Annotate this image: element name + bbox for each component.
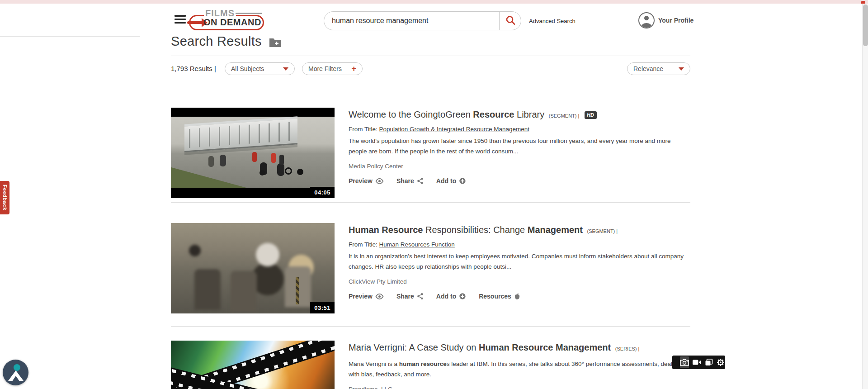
add-to-plus-icon bbox=[459, 293, 466, 300]
header: FILMS ON DEMAND Advanced Search Your Pro… bbox=[0, 4, 862, 33]
filter-row: 1,793 Results | All Subjects More Filter… bbox=[171, 62, 690, 75]
add-to-button[interactable]: Add to bbox=[436, 177, 466, 185]
logo-line bbox=[236, 13, 262, 14]
result-actions: PreviewShareAdd to bbox=[349, 177, 690, 185]
search-result-row: Maria Verrigni: A Case Study on Human Re… bbox=[171, 341, 690, 389]
search-button[interactable] bbox=[500, 12, 521, 30]
result-content: Maria Verrigni: A Case Study on Human Re… bbox=[349, 341, 690, 389]
search-result-row: 03:51 Human Resource Responsibilities: C… bbox=[171, 223, 690, 313]
chevron-down-icon bbox=[283, 67, 288, 71]
gear-icon[interactable] bbox=[717, 356, 726, 368]
result-thumbnail[interactable] bbox=[171, 341, 335, 389]
result-description: It is in an organization's best interest… bbox=[349, 251, 690, 272]
search-box bbox=[324, 11, 521, 30]
profile-button[interactable]: Your Profile bbox=[638, 12, 693, 28]
result-description: The world's population has grown faster … bbox=[349, 136, 690, 157]
preview-button[interactable]: Preview bbox=[349, 293, 384, 300]
advanced-search-link[interactable]: Advanced Search bbox=[529, 18, 576, 24]
add-to-button[interactable]: Add to bbox=[436, 293, 466, 300]
preview-button[interactable]: Preview bbox=[349, 177, 384, 185]
main-content: Search Results 1,793 Results | All Subje… bbox=[171, 34, 690, 389]
sort-dropdown-label: Relevance bbox=[633, 65, 679, 72]
header-divider bbox=[0, 36, 140, 37]
sort-dropdown[interactable]: Relevance bbox=[627, 62, 690, 75]
result-type-label: (SERIES) | bbox=[615, 346, 640, 351]
share-icon bbox=[417, 177, 424, 185]
copy-icon[interactable] bbox=[704, 356, 713, 368]
duration-badge: 03:51 bbox=[310, 302, 335, 313]
result-description: Maria Verrigni is a human resources lead… bbox=[349, 359, 690, 380]
more-filters-label: More Filters bbox=[308, 65, 351, 72]
results-list: 04:05 Welcome to the GoingtoGreen Resour… bbox=[171, 108, 690, 389]
from-title-row: From Title: Population Growth & Integrat… bbox=[349, 126, 690, 133]
title-divider bbox=[171, 56, 690, 56]
more-filters-button[interactable]: More Filters + bbox=[302, 62, 363, 75]
page-title: Search Results bbox=[171, 34, 262, 49]
capture-toolbar bbox=[672, 356, 725, 369]
folder-plus-icon bbox=[269, 42, 281, 48]
result-title-link[interactable]: Maria Verrigni: A Case Study on Human Re… bbox=[349, 342, 690, 353]
accessibility-person-icon bbox=[14, 364, 20, 371]
result-divider bbox=[171, 326, 690, 327]
from-title-label: From Title: bbox=[349, 241, 379, 248]
chevron-down-icon bbox=[679, 67, 684, 71]
result-actions: PreviewShareAdd toResources bbox=[349, 293, 690, 300]
plus-icon: + bbox=[351, 65, 356, 73]
share-button[interactable]: Share bbox=[396, 177, 424, 185]
results-count: 1,793 Results | bbox=[171, 65, 216, 72]
from-title-link[interactable]: Human Resources Function bbox=[379, 241, 455, 248]
search-magnifier-icon bbox=[505, 15, 516, 27]
result-content: Human Resource Responsibilities: Change … bbox=[349, 223, 690, 313]
add-to-plus-icon bbox=[459, 177, 466, 185]
scrollbar-thumb[interactable] bbox=[863, 5, 868, 46]
preview-eye-icon bbox=[375, 294, 384, 299]
hd-badge: HD bbox=[585, 111, 597, 119]
profile-avatar-icon bbox=[638, 12, 655, 28]
resources-apple-icon bbox=[514, 293, 520, 300]
result-producer: Media Policy Center bbox=[349, 163, 690, 170]
scrollbar-track[interactable] bbox=[862, 4, 868, 389]
result-content: Welcome to the GoingtoGreen Resource Lib… bbox=[349, 108, 690, 198]
result-thumbnail[interactable]: 03:51 bbox=[171, 223, 335, 313]
from-title-row: From Title: Human Resources Function bbox=[349, 241, 690, 248]
accessibility-button[interactable] bbox=[3, 360, 28, 385]
result-title-link[interactable]: Human Resource Responsibilities: Change … bbox=[349, 224, 690, 236]
from-title-label: From Title: bbox=[349, 126, 379, 133]
feedback-tab[interactable]: Feedback bbox=[0, 181, 9, 214]
video-icon[interactable] bbox=[692, 356, 701, 368]
search-result-row: 04:05 Welcome to the GoingtoGreen Resour… bbox=[171, 108, 690, 198]
hamburger-menu-icon[interactable] bbox=[175, 15, 186, 24]
subjects-dropdown-label: All Subjects bbox=[231, 65, 283, 72]
result-type-label: (SEGMENT) | bbox=[549, 113, 580, 119]
result-producer: ClickView Pty Limited bbox=[349, 278, 690, 285]
from-title-link[interactable]: Population Growth & Integrated Resource … bbox=[379, 126, 529, 133]
logo-on-demand-text: ON DEMAND bbox=[203, 17, 261, 28]
duration-badge: 04:05 bbox=[310, 187, 335, 198]
result-divider bbox=[171, 202, 690, 203]
camera-icon[interactable] bbox=[680, 356, 689, 368]
share-button[interactable]: Share bbox=[396, 293, 424, 300]
profile-label: Your Profile bbox=[658, 17, 693, 24]
films-on-demand-logo[interactable]: FILMS ON DEMAND bbox=[189, 9, 266, 31]
result-type-label: (SEGMENT) | bbox=[587, 228, 618, 234]
resources-button[interactable]: Resources bbox=[479, 293, 520, 300]
subjects-dropdown[interactable]: All Subjects bbox=[225, 62, 295, 75]
add-folder-button[interactable] bbox=[269, 37, 281, 48]
preview-eye-icon bbox=[375, 178, 384, 184]
search-input[interactable] bbox=[324, 17, 499, 25]
top-strip bbox=[0, 0, 868, 4]
result-title-link[interactable]: Welcome to the GoingtoGreen Resource Lib… bbox=[349, 109, 690, 120]
result-thumbnail[interactable]: 04:05 bbox=[171, 108, 335, 198]
result-producer: Prendismo, LLC bbox=[349, 386, 690, 389]
share-icon bbox=[417, 293, 424, 300]
